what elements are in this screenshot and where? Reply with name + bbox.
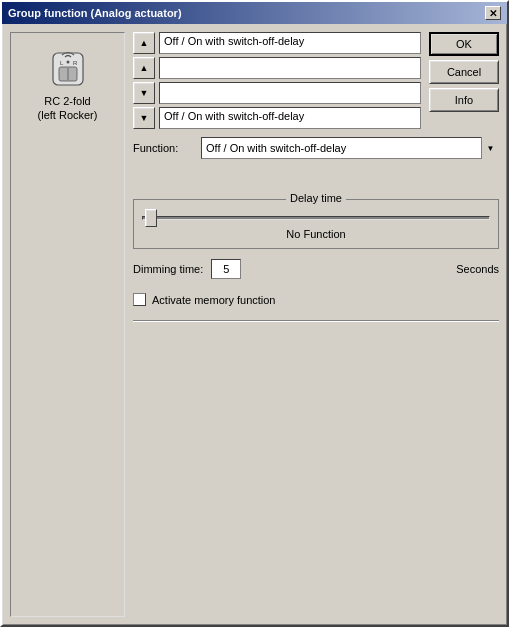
function-select[interactable]: Off / On with switch-off-delay On / Off … — [201, 137, 499, 159]
arrow-up-btn-2[interactable]: ▲ — [133, 57, 155, 79]
top-section: ▲ Off / On with switch-off-delay ▲ ▼ ▼ O… — [133, 32, 499, 129]
text-field-1[interactable]: Off / On with switch-off-delay — [159, 32, 421, 54]
arrow-up-btn-1[interactable]: ▲ — [133, 32, 155, 54]
function-label: Function: — [133, 142, 193, 154]
function-row: Function: Off / On with switch-off-delay… — [133, 137, 499, 159]
bottom-spacer — [133, 327, 499, 617]
action-buttons: OK Cancel Info — [429, 32, 499, 129]
button-row-1: ▲ Off / On with switch-off-delay — [133, 32, 421, 54]
dimming-unit: Seconds — [456, 263, 499, 275]
title-bar: Group function (Analog actuator) ✕ — [2, 2, 507, 24]
arrow-down-btn-1[interactable]: ▼ — [133, 82, 155, 104]
slider-track — [142, 216, 490, 220]
main-window: Group function (Analog actuator) ✕ L R — [0, 0, 509, 627]
slider-label: No Function — [142, 228, 490, 240]
svg-text:R: R — [73, 60, 78, 66]
window-title: Group function (Analog actuator) — [8, 7, 182, 19]
text-field-2[interactable] — [159, 57, 421, 79]
delay-group-container: Delay time No Function — [133, 195, 499, 249]
memory-checkbox-row: Activate memory function — [133, 293, 499, 306]
close-button[interactable]: ✕ — [485, 6, 501, 20]
text-field-4[interactable]: Off / On with switch-off-delay — [159, 107, 421, 129]
memory-checkbox[interactable] — [133, 293, 146, 306]
slider-thumb[interactable] — [145, 209, 157, 227]
left-panel: L R RC 2-fold (left Rocker) — [10, 32, 125, 617]
buttons-area: ▲ Off / On with switch-off-delay ▲ ▼ ▼ O… — [133, 32, 421, 129]
slider-container — [142, 212, 490, 224]
dimming-label: Dimming time: — [133, 263, 203, 275]
window-content: L R RC 2-fold (left Rocker) ▲ — [2, 24, 507, 625]
right-panel: ▲ Off / On with switch-off-delay ▲ ▼ ▼ O… — [133, 32, 499, 617]
cancel-button[interactable]: Cancel — [429, 60, 499, 84]
text-field-3[interactable] — [159, 82, 421, 104]
device-name: RC 2-fold (left Rocker) — [38, 94, 98, 123]
device-icon: L R — [43, 45, 93, 90]
dimming-input[interactable] — [211, 259, 241, 279]
svg-point-4 — [66, 61, 69, 64]
button-row-4: ▼ Off / On with switch-off-delay — [133, 107, 421, 129]
ok-button[interactable]: OK — [429, 32, 499, 56]
delay-group-legend: Delay time — [286, 192, 346, 204]
button-row-3: ▼ — [133, 82, 421, 104]
divider — [133, 320, 499, 321]
info-button[interactable]: Info — [429, 88, 499, 112]
dimming-row: Dimming time: Seconds — [133, 259, 499, 279]
memory-checkbox-label: Activate memory function — [152, 294, 276, 306]
function-select-wrapper[interactable]: Off / On with switch-off-delay On / Off … — [201, 137, 499, 159]
arrow-down-btn-2[interactable]: ▼ — [133, 107, 155, 129]
delay-group: Delay time No Function — [133, 199, 499, 249]
button-row-2: ▲ — [133, 57, 421, 79]
